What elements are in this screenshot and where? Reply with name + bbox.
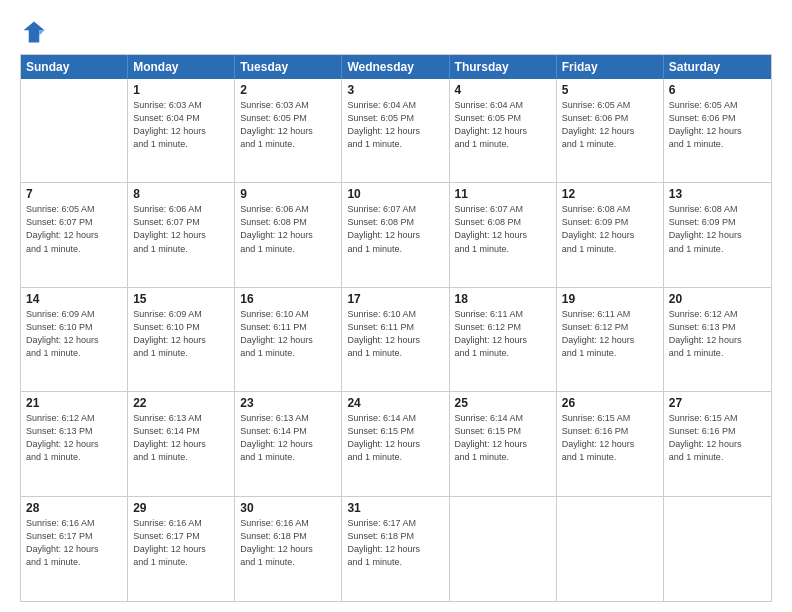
calendar-cell: 16Sunrise: 6:10 AM Sunset: 6:11 PM Dayli… (235, 288, 342, 391)
calendar-cell: 30Sunrise: 6:16 AM Sunset: 6:18 PM Dayli… (235, 497, 342, 601)
calendar-cell: 14Sunrise: 6:09 AM Sunset: 6:10 PM Dayli… (21, 288, 128, 391)
svg-marker-1 (39, 30, 44, 35)
calendar-cell (664, 497, 771, 601)
day-number: 3 (347, 83, 443, 97)
day-info: Sunrise: 6:10 AM Sunset: 6:11 PM Dayligh… (347, 308, 443, 360)
day-info: Sunrise: 6:04 AM Sunset: 6:05 PM Dayligh… (455, 99, 551, 151)
calendar-cell: 5Sunrise: 6:05 AM Sunset: 6:06 PM Daylig… (557, 79, 664, 182)
day-info: Sunrise: 6:09 AM Sunset: 6:10 PM Dayligh… (133, 308, 229, 360)
day-number: 19 (562, 292, 658, 306)
day-info: Sunrise: 6:14 AM Sunset: 6:15 PM Dayligh… (347, 412, 443, 464)
calendar-cell: 11Sunrise: 6:07 AM Sunset: 6:08 PM Dayli… (450, 183, 557, 286)
day-number: 6 (669, 83, 766, 97)
calendar-cell: 2Sunrise: 6:03 AM Sunset: 6:05 PM Daylig… (235, 79, 342, 182)
day-number: 4 (455, 83, 551, 97)
header-day-wednesday: Wednesday (342, 55, 449, 79)
calendar-cell: 27Sunrise: 6:15 AM Sunset: 6:16 PM Dayli… (664, 392, 771, 495)
calendar-week-5: 28Sunrise: 6:16 AM Sunset: 6:17 PM Dayli… (21, 497, 771, 601)
day-info: Sunrise: 6:10 AM Sunset: 6:11 PM Dayligh… (240, 308, 336, 360)
calendar-cell: 23Sunrise: 6:13 AM Sunset: 6:14 PM Dayli… (235, 392, 342, 495)
day-number: 28 (26, 501, 122, 515)
day-info: Sunrise: 6:15 AM Sunset: 6:16 PM Dayligh… (669, 412, 766, 464)
logo-icon (20, 18, 48, 46)
day-number: 30 (240, 501, 336, 515)
header-day-saturday: Saturday (664, 55, 771, 79)
day-number: 23 (240, 396, 336, 410)
day-info: Sunrise: 6:17 AM Sunset: 6:18 PM Dayligh… (347, 517, 443, 569)
calendar-cell (557, 497, 664, 601)
calendar-week-4: 21Sunrise: 6:12 AM Sunset: 6:13 PM Dayli… (21, 392, 771, 496)
calendar-cell: 18Sunrise: 6:11 AM Sunset: 6:12 PM Dayli… (450, 288, 557, 391)
calendar-week-3: 14Sunrise: 6:09 AM Sunset: 6:10 PM Dayli… (21, 288, 771, 392)
day-number: 13 (669, 187, 766, 201)
calendar-cell: 9Sunrise: 6:06 AM Sunset: 6:08 PM Daylig… (235, 183, 342, 286)
day-number: 16 (240, 292, 336, 306)
day-info: Sunrise: 6:06 AM Sunset: 6:07 PM Dayligh… (133, 203, 229, 255)
day-number: 17 (347, 292, 443, 306)
calendar-cell (450, 497, 557, 601)
day-info: Sunrise: 6:16 AM Sunset: 6:17 PM Dayligh… (26, 517, 122, 569)
calendar-cell: 17Sunrise: 6:10 AM Sunset: 6:11 PM Dayli… (342, 288, 449, 391)
calendar-cell: 26Sunrise: 6:15 AM Sunset: 6:16 PM Dayli… (557, 392, 664, 495)
calendar-cell (21, 79, 128, 182)
day-number: 7 (26, 187, 122, 201)
calendar-cell: 6Sunrise: 6:05 AM Sunset: 6:06 PM Daylig… (664, 79, 771, 182)
day-number: 5 (562, 83, 658, 97)
day-number: 12 (562, 187, 658, 201)
day-number: 31 (347, 501, 443, 515)
calendar-cell: 28Sunrise: 6:16 AM Sunset: 6:17 PM Dayli… (21, 497, 128, 601)
day-info: Sunrise: 6:13 AM Sunset: 6:14 PM Dayligh… (133, 412, 229, 464)
day-number: 22 (133, 396, 229, 410)
day-info: Sunrise: 6:06 AM Sunset: 6:08 PM Dayligh… (240, 203, 336, 255)
day-info: Sunrise: 6:16 AM Sunset: 6:17 PM Dayligh… (133, 517, 229, 569)
calendar: SundayMondayTuesdayWednesdayThursdayFrid… (20, 54, 772, 602)
day-info: Sunrise: 6:07 AM Sunset: 6:08 PM Dayligh… (455, 203, 551, 255)
calendar-week-1: 1Sunrise: 6:03 AM Sunset: 6:04 PM Daylig… (21, 79, 771, 183)
day-number: 20 (669, 292, 766, 306)
calendar-cell: 25Sunrise: 6:14 AM Sunset: 6:15 PM Dayli… (450, 392, 557, 495)
day-number: 15 (133, 292, 229, 306)
day-info: Sunrise: 6:04 AM Sunset: 6:05 PM Dayligh… (347, 99, 443, 151)
day-number: 2 (240, 83, 336, 97)
calendar-cell: 12Sunrise: 6:08 AM Sunset: 6:09 PM Dayli… (557, 183, 664, 286)
calendar-cell: 19Sunrise: 6:11 AM Sunset: 6:12 PM Dayli… (557, 288, 664, 391)
day-number: 11 (455, 187, 551, 201)
day-number: 14 (26, 292, 122, 306)
day-number: 24 (347, 396, 443, 410)
day-number: 18 (455, 292, 551, 306)
day-number: 9 (240, 187, 336, 201)
day-number: 21 (26, 396, 122, 410)
day-info: Sunrise: 6:05 AM Sunset: 6:06 PM Dayligh… (669, 99, 766, 151)
day-number: 10 (347, 187, 443, 201)
day-info: Sunrise: 6:08 AM Sunset: 6:09 PM Dayligh… (562, 203, 658, 255)
header-day-sunday: Sunday (21, 55, 128, 79)
day-info: Sunrise: 6:11 AM Sunset: 6:12 PM Dayligh… (455, 308, 551, 360)
calendar-cell: 4Sunrise: 6:04 AM Sunset: 6:05 PM Daylig… (450, 79, 557, 182)
calendar-cell: 10Sunrise: 6:07 AM Sunset: 6:08 PM Dayli… (342, 183, 449, 286)
calendar-cell: 20Sunrise: 6:12 AM Sunset: 6:13 PM Dayli… (664, 288, 771, 391)
calendar-cell: 1Sunrise: 6:03 AM Sunset: 6:04 PM Daylig… (128, 79, 235, 182)
logo (20, 18, 52, 46)
day-info: Sunrise: 6:13 AM Sunset: 6:14 PM Dayligh… (240, 412, 336, 464)
calendar-cell: 15Sunrise: 6:09 AM Sunset: 6:10 PM Dayli… (128, 288, 235, 391)
day-number: 27 (669, 396, 766, 410)
page: SundayMondayTuesdayWednesdayThursdayFrid… (0, 0, 792, 612)
header-day-tuesday: Tuesday (235, 55, 342, 79)
calendar-body: 1Sunrise: 6:03 AM Sunset: 6:04 PM Daylig… (21, 79, 771, 601)
day-number: 8 (133, 187, 229, 201)
day-info: Sunrise: 6:05 AM Sunset: 6:07 PM Dayligh… (26, 203, 122, 255)
calendar-cell: 24Sunrise: 6:14 AM Sunset: 6:15 PM Dayli… (342, 392, 449, 495)
calendar-cell: 22Sunrise: 6:13 AM Sunset: 6:14 PM Dayli… (128, 392, 235, 495)
calendar-cell: 3Sunrise: 6:04 AM Sunset: 6:05 PM Daylig… (342, 79, 449, 182)
day-info: Sunrise: 6:11 AM Sunset: 6:12 PM Dayligh… (562, 308, 658, 360)
calendar-cell: 8Sunrise: 6:06 AM Sunset: 6:07 PM Daylig… (128, 183, 235, 286)
calendar-header: SundayMondayTuesdayWednesdayThursdayFrid… (21, 55, 771, 79)
header (20, 18, 772, 46)
day-info: Sunrise: 6:09 AM Sunset: 6:10 PM Dayligh… (26, 308, 122, 360)
day-number: 29 (133, 501, 229, 515)
day-info: Sunrise: 6:12 AM Sunset: 6:13 PM Dayligh… (26, 412, 122, 464)
calendar-cell: 31Sunrise: 6:17 AM Sunset: 6:18 PM Dayli… (342, 497, 449, 601)
calendar-cell: 21Sunrise: 6:12 AM Sunset: 6:13 PM Dayli… (21, 392, 128, 495)
day-info: Sunrise: 6:12 AM Sunset: 6:13 PM Dayligh… (669, 308, 766, 360)
calendar-cell: 29Sunrise: 6:16 AM Sunset: 6:17 PM Dayli… (128, 497, 235, 601)
